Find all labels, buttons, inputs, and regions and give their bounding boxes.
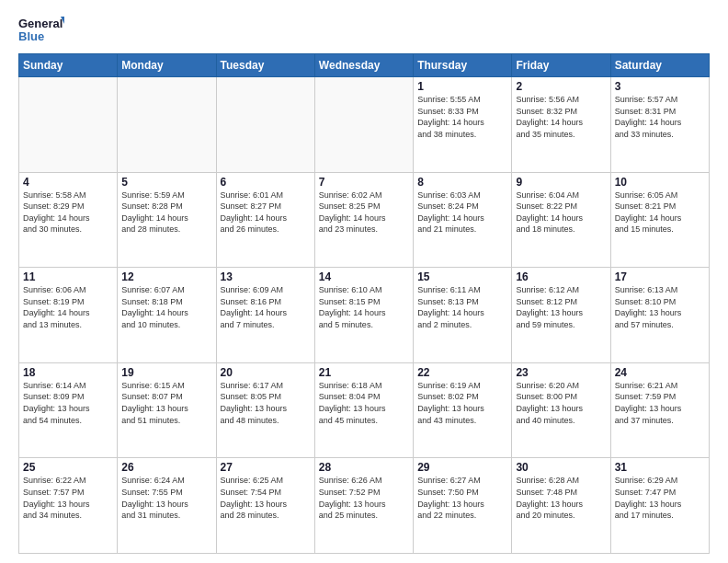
calendar-cell: 17Sunrise: 6:13 AM Sunset: 8:10 PM Dayli… xyxy=(610,268,709,363)
day-info: Sunrise: 6:07 AM Sunset: 8:18 PM Dayligh… xyxy=(121,284,211,330)
day-info: Sunrise: 6:21 AM Sunset: 7:59 PM Dayligh… xyxy=(615,380,705,426)
calendar-cell: 8Sunrise: 6:03 AM Sunset: 8:24 PM Daylig… xyxy=(414,172,512,268)
day-number: 11 xyxy=(23,270,113,283)
day-info: Sunrise: 6:17 AM Sunset: 8:05 PM Dayligh… xyxy=(221,380,311,426)
day-number: 20 xyxy=(221,366,311,379)
logo-svg: General Blue xyxy=(18,15,64,46)
day-number: 28 xyxy=(319,461,409,474)
day-number: 31 xyxy=(615,461,705,474)
column-header-saturday: Saturday xyxy=(610,54,709,77)
svg-text:Blue: Blue xyxy=(18,29,44,43)
calendar-week-0: 1Sunrise: 5:55 AM Sunset: 8:33 PM Daylig… xyxy=(19,77,710,173)
calendar-cell: 4Sunrise: 5:58 AM Sunset: 8:29 PM Daylig… xyxy=(19,172,118,268)
calendar-cell: 15Sunrise: 6:11 AM Sunset: 8:13 PM Dayli… xyxy=(414,268,512,363)
day-number: 3 xyxy=(615,80,705,93)
calendar-cell: 2Sunrise: 5:56 AM Sunset: 8:32 PM Daylig… xyxy=(512,77,610,173)
calendar-cell: 11Sunrise: 6:06 AM Sunset: 8:19 PM Dayli… xyxy=(19,268,118,363)
day-number: 21 xyxy=(319,366,409,379)
calendar-header-row: SundayMondayTuesdayWednesdayThursdayFrid… xyxy=(19,54,710,77)
calendar-cell: 26Sunrise: 6:24 AM Sunset: 7:55 PM Dayli… xyxy=(118,458,216,554)
calendar-cell: 29Sunrise: 6:27 AM Sunset: 7:50 PM Dayli… xyxy=(414,458,512,554)
header: General Blue xyxy=(18,15,710,46)
day-info: Sunrise: 6:24 AM Sunset: 7:55 PM Dayligh… xyxy=(121,475,211,521)
day-info: Sunrise: 6:28 AM Sunset: 7:48 PM Dayligh… xyxy=(516,475,606,521)
column-header-sunday: Sunday xyxy=(19,54,118,77)
day-info: Sunrise: 6:13 AM Sunset: 8:10 PM Dayligh… xyxy=(615,284,705,330)
calendar-cell: 3Sunrise: 5:57 AM Sunset: 8:31 PM Daylig… xyxy=(610,77,709,173)
day-number: 19 xyxy=(121,366,211,379)
calendar-cell: 12Sunrise: 6:07 AM Sunset: 8:18 PM Dayli… xyxy=(118,268,216,363)
column-header-friday: Friday xyxy=(512,54,610,77)
day-number: 5 xyxy=(121,176,211,189)
day-info: Sunrise: 6:22 AM Sunset: 7:57 PM Dayligh… xyxy=(23,475,113,521)
calendar-cell: 24Sunrise: 6:21 AM Sunset: 7:59 PM Dayli… xyxy=(610,362,709,458)
calendar-cell: 25Sunrise: 6:22 AM Sunset: 7:57 PM Dayli… xyxy=(19,458,118,554)
day-number: 16 xyxy=(516,270,606,283)
day-info: Sunrise: 6:29 AM Sunset: 7:47 PM Dayligh… xyxy=(615,475,705,521)
page: General Blue SundayMondayTuesdayWednesda… xyxy=(0,0,728,563)
calendar-cell xyxy=(314,77,413,173)
day-number: 15 xyxy=(417,270,507,283)
column-header-thursday: Thursday xyxy=(414,54,512,77)
calendar-cell: 23Sunrise: 6:20 AM Sunset: 8:00 PM Dayli… xyxy=(512,362,610,458)
day-info: Sunrise: 6:09 AM Sunset: 8:16 PM Dayligh… xyxy=(221,284,311,330)
day-info: Sunrise: 6:01 AM Sunset: 8:27 PM Dayligh… xyxy=(221,190,311,236)
calendar-cell: 28Sunrise: 6:26 AM Sunset: 7:52 PM Dayli… xyxy=(314,458,413,554)
column-header-monday: Monday xyxy=(118,54,216,77)
day-info: Sunrise: 6:15 AM Sunset: 8:07 PM Dayligh… xyxy=(121,380,211,426)
calendar-cell: 21Sunrise: 6:18 AM Sunset: 8:04 PM Dayli… xyxy=(314,362,413,458)
calendar-cell: 10Sunrise: 6:05 AM Sunset: 8:21 PM Dayli… xyxy=(610,172,709,268)
day-info: Sunrise: 5:55 AM Sunset: 8:33 PM Dayligh… xyxy=(417,94,507,140)
day-number: 14 xyxy=(319,270,409,283)
day-info: Sunrise: 6:11 AM Sunset: 8:13 PM Dayligh… xyxy=(417,284,507,330)
day-number: 24 xyxy=(615,366,705,379)
calendar-week-2: 11Sunrise: 6:06 AM Sunset: 8:19 PM Dayli… xyxy=(19,268,710,363)
day-info: Sunrise: 6:03 AM Sunset: 8:24 PM Dayligh… xyxy=(417,190,507,236)
day-number: 25 xyxy=(23,461,113,474)
calendar-table: SundayMondayTuesdayWednesdayThursdayFrid… xyxy=(18,53,710,554)
day-info: Sunrise: 6:18 AM Sunset: 8:04 PM Dayligh… xyxy=(319,380,409,426)
calendar-cell: 1Sunrise: 5:55 AM Sunset: 8:33 PM Daylig… xyxy=(414,77,512,173)
calendar-week-4: 25Sunrise: 6:22 AM Sunset: 7:57 PM Dayli… xyxy=(19,458,710,554)
day-number: 7 xyxy=(319,176,409,189)
day-number: 18 xyxy=(23,366,113,379)
calendar-cell: 5Sunrise: 5:59 AM Sunset: 8:28 PM Daylig… xyxy=(118,172,216,268)
day-info: Sunrise: 6:12 AM Sunset: 8:12 PM Dayligh… xyxy=(516,284,606,330)
day-info: Sunrise: 6:26 AM Sunset: 7:52 PM Dayligh… xyxy=(319,475,409,521)
calendar-cell xyxy=(19,77,118,173)
calendar-cell: 16Sunrise: 6:12 AM Sunset: 8:12 PM Dayli… xyxy=(512,268,610,363)
calendar-cell: 6Sunrise: 6:01 AM Sunset: 8:27 PM Daylig… xyxy=(216,172,314,268)
day-info: Sunrise: 6:14 AM Sunset: 8:09 PM Dayligh… xyxy=(23,380,113,426)
calendar-cell: 9Sunrise: 6:04 AM Sunset: 8:22 PM Daylig… xyxy=(512,172,610,268)
day-number: 30 xyxy=(516,461,606,474)
day-info: Sunrise: 5:59 AM Sunset: 8:28 PM Dayligh… xyxy=(121,190,211,236)
calendar-cell: 7Sunrise: 6:02 AM Sunset: 8:25 PM Daylig… xyxy=(314,172,413,268)
day-number: 8 xyxy=(417,176,507,189)
day-info: Sunrise: 5:56 AM Sunset: 8:32 PM Dayligh… xyxy=(516,94,606,140)
day-info: Sunrise: 6:04 AM Sunset: 8:22 PM Dayligh… xyxy=(516,190,606,236)
calendar-cell: 13Sunrise: 6:09 AM Sunset: 8:16 PM Dayli… xyxy=(216,268,314,363)
day-number: 26 xyxy=(121,461,211,474)
calendar-cell: 19Sunrise: 6:15 AM Sunset: 8:07 PM Dayli… xyxy=(118,362,216,458)
day-number: 9 xyxy=(516,176,606,189)
calendar-cell xyxy=(216,77,314,173)
day-number: 12 xyxy=(121,270,211,283)
day-info: Sunrise: 6:05 AM Sunset: 8:21 PM Dayligh… xyxy=(615,190,705,236)
day-info: Sunrise: 5:58 AM Sunset: 8:29 PM Dayligh… xyxy=(23,190,113,236)
day-info: Sunrise: 6:10 AM Sunset: 8:15 PM Dayligh… xyxy=(319,284,409,330)
day-number: 22 xyxy=(417,366,507,379)
day-info: Sunrise: 6:02 AM Sunset: 8:25 PM Dayligh… xyxy=(319,190,409,236)
logo: General Blue xyxy=(18,15,64,46)
day-number: 13 xyxy=(221,270,311,283)
day-number: 1 xyxy=(417,80,507,93)
calendar-cell: 30Sunrise: 6:28 AM Sunset: 7:48 PM Dayli… xyxy=(512,458,610,554)
calendar-cell xyxy=(118,77,216,173)
calendar-week-1: 4Sunrise: 5:58 AM Sunset: 8:29 PM Daylig… xyxy=(19,172,710,268)
calendar-cell: 27Sunrise: 6:25 AM Sunset: 7:54 PM Dayli… xyxy=(216,458,314,554)
calendar-cell: 14Sunrise: 6:10 AM Sunset: 8:15 PM Dayli… xyxy=(314,268,413,363)
day-info: Sunrise: 5:57 AM Sunset: 8:31 PM Dayligh… xyxy=(615,94,705,140)
column-header-tuesday: Tuesday xyxy=(216,54,314,77)
calendar-cell: 22Sunrise: 6:19 AM Sunset: 8:02 PM Dayli… xyxy=(414,362,512,458)
calendar-week-3: 18Sunrise: 6:14 AM Sunset: 8:09 PM Dayli… xyxy=(19,362,710,458)
day-number: 2 xyxy=(516,80,606,93)
